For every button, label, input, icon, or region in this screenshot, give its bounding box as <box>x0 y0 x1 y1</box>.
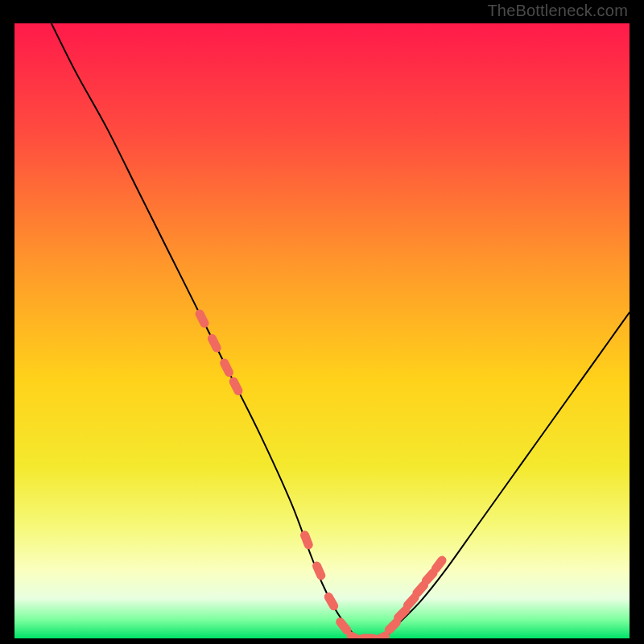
chart-plot-area <box>14 23 630 638</box>
watermark-text: TheBottleneck.com <box>487 2 628 20</box>
chart-background <box>14 23 630 638</box>
chart-svg <box>14 23 630 638</box>
chart-frame <box>12 21 632 641</box>
